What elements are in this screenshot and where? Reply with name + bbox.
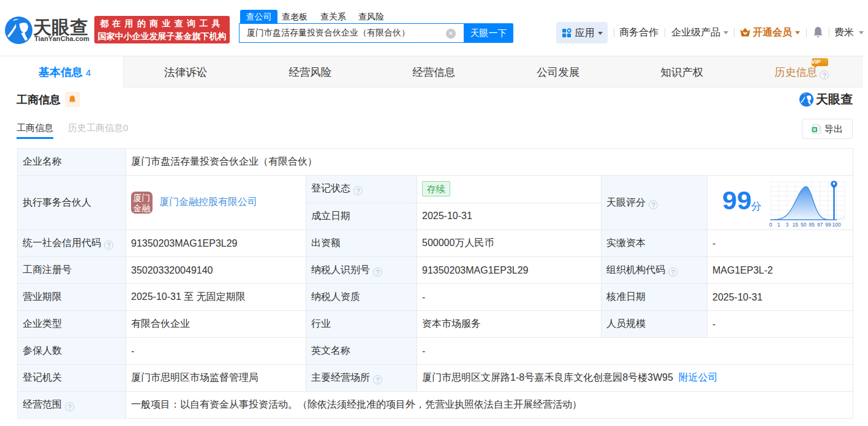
svg-text:97: 97 (817, 222, 823, 228)
svg-text:0: 0 (769, 222, 772, 228)
svg-text:99: 99 (825, 222, 831, 228)
svg-text:50: 50 (801, 222, 807, 228)
svg-text:100: 100 (832, 222, 841, 228)
svg-text:3: 3 (786, 222, 789, 228)
svg-text:85: 85 (809, 222, 815, 228)
svg-text:15: 15 (793, 222, 799, 228)
svg-text:1: 1 (777, 222, 780, 228)
